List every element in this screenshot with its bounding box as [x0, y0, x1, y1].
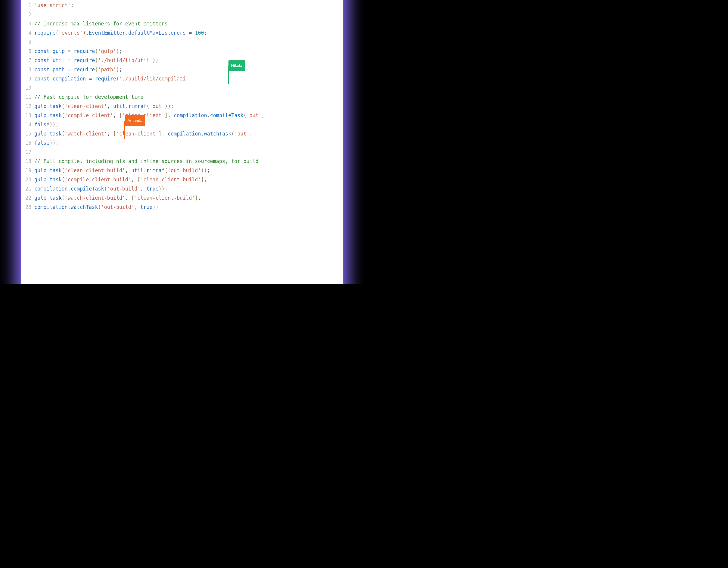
code-editor[interactable]: 1234567891011121314151617181920212223 'u… — [21, 0, 343, 284]
line-number: 9 — [21, 74, 31, 83]
line-number: 7 — [21, 56, 31, 65]
code-line[interactable]: gulp.task('compile-client', ['clean-clie… — [34, 111, 339, 120]
code-content[interactable]: 'use strict'; // Increase max listeners … — [34, 1, 343, 284]
code-line[interactable]: // Full compile, including nls and inlin… — [34, 157, 339, 166]
line-number: 14 — [21, 120, 31, 129]
line-number: 18 — [21, 157, 31, 166]
code-line[interactable] — [34, 148, 339, 157]
code-line[interactable]: gulp.task('clean-client-build', util.rim… — [34, 166, 339, 175]
code-line[interactable]: // Increase max listeners for event emit… — [34, 19, 339, 28]
code-line[interactable]: gulp.task('clean-client', util.rimraf('o… — [34, 102, 339, 111]
line-number: 1 — [21, 1, 31, 10]
line-number: 13 — [21, 111, 31, 120]
line-number: 16 — [21, 139, 31, 148]
line-number: 3 — [21, 19, 31, 28]
remote-cursor-label-nikola: Nikola — [228, 60, 245, 71]
line-number: 5 — [21, 38, 31, 47]
line-number: 23 — [21, 203, 31, 212]
line-number: 10 — [21, 83, 31, 93]
line-number: 6 — [21, 47, 31, 56]
line-number: 15 — [21, 129, 31, 139]
line-number: 22 — [21, 194, 31, 203]
line-number: 12 — [21, 102, 31, 111]
code-line[interactable] — [34, 38, 339, 47]
code-line[interactable]: compilation.watchTask('out-build', true)… — [34, 203, 339, 212]
code-line[interactable]: const gulp = require('gulp'); — [34, 47, 339, 56]
line-number: 2 — [21, 10, 31, 19]
code-line[interactable] — [34, 83, 339, 93]
code-line[interactable]: const path = require('path'); — [34, 65, 339, 74]
code-line[interactable] — [34, 10, 339, 19]
line-number: 20 — [21, 175, 31, 184]
code-line[interactable]: const compilation = require('./build/lib… — [34, 74, 339, 83]
code-line[interactable]: false)); — [34, 139, 339, 148]
code-line[interactable]: // Fast compile for development time — [34, 93, 339, 102]
line-number: 8 — [21, 65, 31, 74]
code-line[interactable]: 'use strict'; — [34, 1, 339, 10]
code-line[interactable]: require('events').EventEmitter.defaultMa… — [34, 28, 339, 38]
code-line[interactable]: gulp.task('watch-client-build', ['clean-… — [34, 194, 339, 203]
code-line[interactable]: gulp.task('watch-client', ['clean-client… — [34, 129, 339, 139]
line-number: 17 — [21, 148, 31, 157]
line-number: 11 — [21, 93, 31, 102]
code-line[interactable]: false)); — [34, 120, 339, 129]
remote-cursor-label-amanda: Amanda — [125, 115, 145, 126]
line-number: 4 — [21, 28, 31, 38]
line-number: 19 — [21, 166, 31, 175]
code-line[interactable]: gulp.task('compile-client-build', ['clea… — [34, 175, 339, 184]
code-line[interactable]: compilation.compileTask('out-build', tru… — [34, 184, 339, 194]
line-number-gutter: 1234567891011121314151617181920212223 — [21, 1, 34, 284]
code-line[interactable]: const util = require('./build/lib/util')… — [34, 56, 339, 65]
editor-window: TS Index.jsx 123456789101112131415161718… — [21, 0, 343, 284]
line-number: 21 — [21, 184, 31, 194]
